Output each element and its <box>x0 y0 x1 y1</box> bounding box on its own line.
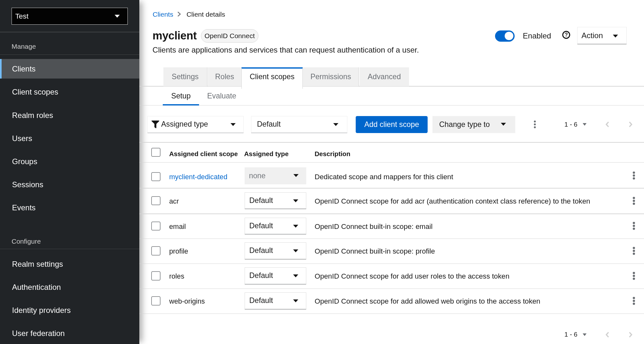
svg-text:?: ? <box>564 32 568 38</box>
